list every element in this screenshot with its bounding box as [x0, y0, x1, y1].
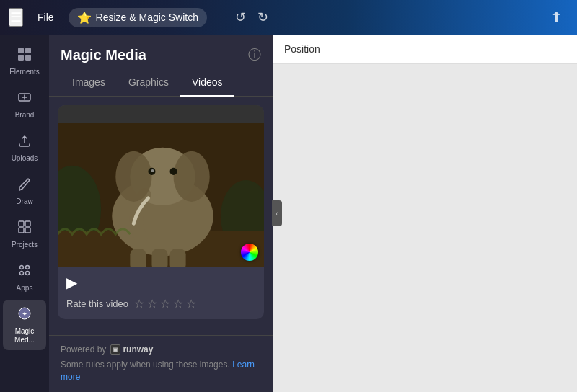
- star-4[interactable]: ☆: [173, 297, 183, 311]
- collapse-panel-button[interactable]: ‹: [272, 200, 282, 226]
- play-button[interactable]: ▶: [66, 274, 77, 291]
- panel-content: ▶ Rate this video ☆ ☆ ☆ ☆ ☆: [49, 97, 273, 335]
- sidebar-item-projects[interactable]: Projects: [3, 213, 46, 255]
- svg-rect-5: [19, 221, 24, 226]
- menu-button[interactable]: ☰: [9, 8, 23, 27]
- uploads-icon: [17, 133, 32, 151]
- star-2[interactable]: ☆: [147, 297, 157, 311]
- info-button[interactable]: ⓘ: [248, 46, 261, 63]
- svg-point-12: [26, 272, 30, 275]
- tab-graphics[interactable]: Graphics: [117, 69, 180, 97]
- elements-label: Elements: [9, 68, 40, 76]
- panel-footer: Powered by ▣ runway Some rules apply whe…: [49, 335, 273, 392]
- sidebar-item-magic[interactable]: ✦ Magic Med...: [3, 300, 46, 350]
- svg-point-11: [20, 272, 24, 275]
- uploads-label: Uploads: [12, 154, 38, 163]
- document-title[interactable]: ⭐ Resize & Magic Switch: [69, 8, 207, 27]
- star-icon: ⭐: [77, 11, 92, 24]
- panel-header: Magic Media ⓘ: [49, 35, 273, 69]
- right-header: Position: [273, 35, 577, 64]
- file-menu-button[interactable]: File: [32, 9, 60, 26]
- svg-point-9: [20, 266, 24, 270]
- play-icon: ▶: [66, 275, 77, 290]
- runway-icon: ▣: [110, 344, 120, 355]
- svg-point-10: [26, 266, 30, 270]
- svg-rect-2: [18, 55, 24, 61]
- draw-label: Draw: [16, 197, 32, 206]
- position-label: Position: [284, 43, 320, 55]
- canvas-area[interactable]: [273, 64, 577, 392]
- magic-label: Magic Med...: [6, 327, 43, 344]
- svg-rect-1: [25, 48, 31, 53]
- hamburger-icon: ☰: [10, 10, 22, 24]
- panel-tabs: Images Graphics Videos: [49, 69, 273, 97]
- svg-rect-29: [58, 122, 264, 267]
- svg-rect-7: [19, 228, 24, 233]
- video-preview: [58, 122, 264, 267]
- topbar: ☰ File ⭐ Resize & Magic Switch ↺ ↻ ⬆: [0, 0, 577, 35]
- video-card: ▶ Rate this video ☆ ☆ ☆ ☆ ☆: [58, 105, 264, 319]
- projects-label: Projects: [12, 241, 38, 249]
- redo-button[interactable]: ↻: [253, 6, 273, 28]
- powered-by: Powered by ▣ runway: [61, 344, 261, 355]
- svg-rect-6: [25, 221, 30, 226]
- projects-icon: [17, 219, 32, 238]
- sidebar-item-apps[interactable]: Apps: [3, 257, 46, 298]
- star-1[interactable]: ☆: [134, 297, 144, 311]
- runway-name: runway: [123, 344, 153, 355]
- video-top-padding: [58, 105, 264, 122]
- apps-label: Apps: [17, 284, 33, 293]
- star-3[interactable]: ☆: [160, 297, 170, 311]
- sidebar-item-uploads[interactable]: Uploads: [3, 127, 46, 169]
- star-5[interactable]: ☆: [186, 297, 196, 311]
- undo-icon: ↺: [235, 10, 246, 24]
- panel-title: Magic Media: [61, 47, 146, 63]
- upload-icon: ⬆: [550, 9, 563, 25]
- apps-icon: [17, 262, 32, 281]
- draw-icon: [17, 176, 32, 195]
- star-rating[interactable]: ☆ ☆ ☆ ☆ ☆: [134, 297, 196, 311]
- right-area: Position ‹: [273, 35, 577, 392]
- video-card-bottom: ▶ Rate this video ☆ ☆ ☆ ☆ ☆: [58, 267, 264, 319]
- magic-icon: ✦: [17, 306, 32, 324]
- elements-icon: [17, 46, 32, 65]
- svg-rect-0: [18, 48, 24, 53]
- rate-row: Rate this video ☆ ☆ ☆ ☆ ☆: [66, 297, 255, 311]
- redo-icon: ↻: [257, 10, 268, 24]
- title-text: Resize & Magic Switch: [96, 12, 198, 23]
- share-button[interactable]: ⬆: [545, 6, 568, 29]
- brand-icon: [17, 89, 32, 108]
- tab-images[interactable]: Images: [61, 69, 117, 97]
- panel: Magic Media ⓘ Images Graphics Videos: [49, 35, 273, 392]
- svg-rect-3: [25, 55, 31, 61]
- main-layout: Elements Brand Uploads: [0, 35, 577, 392]
- footer-note-text: Some rules apply when using these images…: [61, 360, 230, 370]
- sidebar-item-brand[interactable]: Brand: [3, 84, 46, 125]
- tab-videos[interactable]: Videos: [180, 69, 234, 97]
- footer-note: Some rules apply when using these images…: [61, 359, 261, 383]
- elephant-svg: [58, 122, 264, 267]
- powered-by-text: Powered by: [61, 344, 106, 355]
- sidebar-item-draw[interactable]: Draw: [3, 170, 46, 212]
- chevron-left-icon: ‹: [276, 210, 278, 218]
- brand-label: Brand: [15, 111, 35, 120]
- svg-text:✦: ✦: [22, 310, 27, 318]
- runway-logo: ▣ runway: [110, 344, 153, 355]
- undo-button[interactable]: ↺: [231, 6, 250, 28]
- color-wheel: [241, 244, 258, 261]
- rate-label: Rate this video: [66, 298, 128, 309]
- left-sidebar: Elements Brand Uploads: [0, 35, 49, 392]
- info-icon: ⓘ: [248, 48, 261, 62]
- svg-rect-8: [25, 228, 30, 233]
- sidebar-item-elements[interactable]: Elements: [3, 40, 46, 82]
- topbar-divider: [219, 9, 219, 26]
- topbar-actions: ↺ ↻: [231, 6, 273, 28]
